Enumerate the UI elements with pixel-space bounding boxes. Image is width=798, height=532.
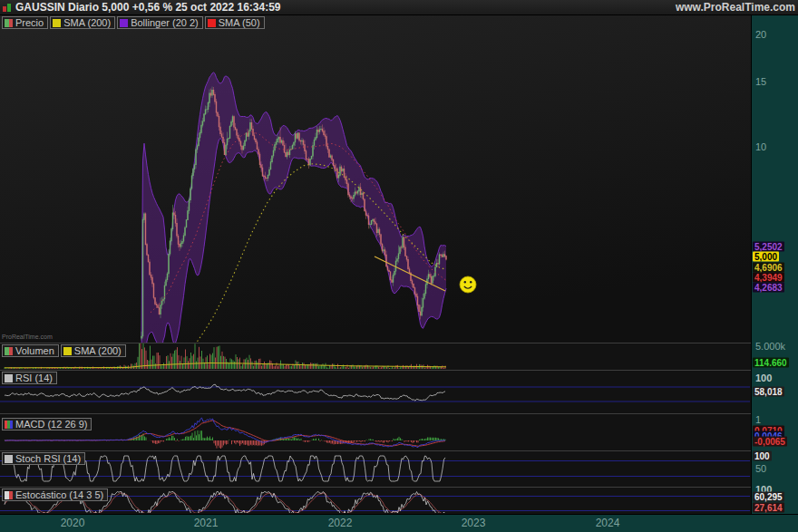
time-axis[interactable]: 20202021202220232024 [0,514,798,532]
legend-item[interactable]: MACD (12 26 9) [2,418,92,430]
legend-label: SMA (50) [219,17,260,28]
legend-swatch-icon [120,19,128,27]
legend-item[interactable]: SMA (50) [205,16,265,29]
legend-label: Estocástico (14 3 5) [15,489,103,500]
price-panel-bg [0,15,751,343]
axis-value-badge: -0,0065 [753,437,787,447]
legend-swatch-icon [5,491,13,499]
legend-item[interactable]: Precio [2,16,48,29]
axis-tick-label: 15 [755,76,766,87]
legend-swatch-icon [63,347,72,355]
legend-swatch-icon [5,19,13,27]
smiley-icon[interactable] [460,276,476,293]
axis-tick-label: 100 [755,372,772,383]
axis-value-badge: 4,6906 [753,263,784,273]
legend-swatch-icon [5,421,13,429]
legend-row: Estocástico (14 3 5) [2,488,108,501]
legend-swatch-icon [5,374,13,382]
legend-swatch-icon [5,455,13,463]
legend-label: Bollinger (20 2) [131,17,199,28]
legend-item[interactable]: SMA (200) [50,16,115,29]
year-label: 2020 [61,517,85,529]
axis-value-badge: 100 [753,451,772,461]
legend-swatch-icon [5,347,13,355]
year-label: 2021 [194,517,219,529]
axis-value-badge: 5,2502 [753,242,784,252]
prorealtime-window: GAUSSIN Diario 5,000 +0,56 % 25 oct 2022… [0,0,798,532]
legend-item[interactable]: SMA (200) [61,344,126,357]
axis-tick-label: 5.000k [755,341,785,352]
price-axis[interactable]: 2015105.000k1001501005,25025,0004,69064,… [751,15,798,514]
axis-tick-label: 10 [755,141,766,152]
legend-row: Stoch RSI (14) [2,452,85,465]
axis-value-badge: 114.660 [753,358,789,368]
axis-value-badge: 60,295 [753,492,784,502]
chart-canvas[interactable] [0,0,751,514]
year-label: 2024 [596,517,620,529]
legend-item[interactable]: Stoch RSI (14) [2,452,85,465]
axis-value-badge: 4,3949 [753,273,784,283]
axis-value-badge: 5,000 [753,252,779,262]
axis-value-badge: 4,2683 [753,283,784,293]
legend-row: RSI (14) [2,372,57,384]
legend-row: PrecioSMA (200)Bollinger (20 2)SMA (50) [2,16,265,29]
legend-item[interactable]: RSI (14) [2,372,57,384]
axis-tick-label: 50 [755,463,766,474]
year-label: 2023 [462,517,486,529]
year-label: 2022 [328,517,353,529]
legend-swatch-icon [208,19,216,27]
legend-item[interactable]: Volumen [2,344,59,357]
legend-swatch-icon [53,19,61,27]
axis-value-badge: 58,018 [753,387,784,397]
legend-label: SMA (200) [74,345,122,356]
legend-row: VolumenSMA (200) [2,344,126,357]
legend-label: MACD (12 26 9) [15,419,87,430]
axis-tick-label: 1 [755,414,761,425]
legend-label: SMA (200) [63,17,111,28]
legend-label: Precio [15,17,44,28]
watermark: ProRealTime.com [2,334,53,340]
legend-label: Stoch RSI (14) [15,453,81,464]
legend-item[interactable]: Estocástico (14 3 5) [2,488,108,501]
axis-value-badge: 27,614 [753,503,784,513]
axis-tick-label: 20 [755,29,766,40]
legend-row: MACD (12 26 9) [2,418,92,430]
legend-label: Volumen [15,345,54,356]
legend-item[interactable]: Bollinger (20 2) [117,16,203,29]
legend-label: RSI (14) [15,372,53,383]
